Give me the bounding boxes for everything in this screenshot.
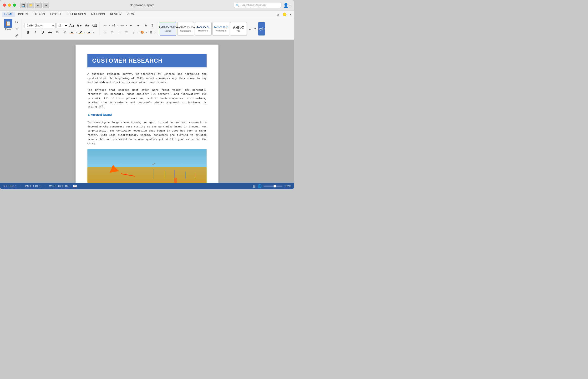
status-sep-1: | — [20, 185, 21, 188]
decrease-font-button[interactable]: A▼ — [76, 22, 83, 29]
emoji-button[interactable]: 🙂 — [282, 12, 287, 17]
paste-label: Paste — [5, 28, 11, 31]
increase-indent-button[interactable]: ⇥ — [135, 22, 141, 29]
numbering-dropdown[interactable]: ▾ — [117, 24, 118, 26]
superscript-button[interactable]: X² — [62, 29, 68, 35]
multilevel-dropdown[interactable]: ▾ — [126, 24, 127, 26]
style-no-spacing[interactable]: AaBbCcDdEe No Spacing — [177, 22, 194, 35]
status-items: SECTION 1 | PAGE 1 OF 1 | WORD 0 OF 168 … — [3, 184, 77, 188]
maximize-button[interactable] — [13, 4, 16, 7]
style-heading2-preview: AaBbCcDdE — [213, 26, 228, 29]
style-title[interactable]: AaBbC Title — [230, 22, 247, 35]
format-painter-button[interactable]: 🖌 — [13, 32, 20, 39]
print-layout-button[interactable]: ▦ — [253, 184, 256, 188]
document-page[interactable]: CUSTOMER RESEARCH A customer research su… — [76, 45, 219, 183]
italic-button[interactable]: I — [32, 29, 39, 35]
web-layout-button[interactable]: 🌐 — [257, 184, 262, 188]
open-button[interactable]: 📁 — [27, 3, 34, 8]
font-color-button[interactable]: A — [69, 30, 75, 35]
line-spacing-button[interactable]: ↕ — [130, 29, 137, 35]
styles-expand-button[interactable]: Styles — [258, 22, 265, 35]
style-heading-2[interactable]: AaBbCcDdE Heading 2 — [212, 22, 229, 35]
status-sep-2: | — [45, 185, 45, 188]
styles-scroll-up-button[interactable]: ▲ — [248, 22, 252, 35]
text-highlight-button[interactable]: A — [86, 30, 92, 35]
copy-button[interactable]: ⎘ — [13, 26, 20, 32]
search-box[interactable]: 🔍 — [234, 3, 281, 8]
search-input[interactable] — [240, 4, 279, 7]
multilevel-list-button[interactable]: ≡≡ — [119, 22, 126, 29]
menu-home[interactable]: HOME — [2, 12, 15, 17]
window-title: Northwind Report — [49, 3, 234, 7]
style-title-label: Title — [237, 30, 241, 32]
app-window: 💾 📁 ↩ ↪ Northwind Report 🔍 👤+ HOME INSER… — [0, 0, 294, 190]
align-right-button[interactable]: ≡ — [116, 29, 123, 35]
cut-button[interactable]: ✂ — [13, 19, 20, 25]
menu-view[interactable]: VIEW — [124, 12, 137, 17]
font-size-select[interactable]: 12 — [56, 23, 68, 28]
close-button[interactable] — [3, 4, 6, 7]
font-row-1: Calibri (Body) 12 A▲ A▼ Aa ⌫ — [25, 22, 98, 29]
zoom-level: 132% — [285, 185, 291, 188]
shading-dropdown[interactable]: ▾ — [146, 31, 147, 33]
search-icon: 🔍 — [236, 4, 239, 7]
strikethrough-button[interactable]: abc — [47, 29, 53, 35]
style-no-spacing-label: No Spacing — [180, 30, 191, 32]
sort-button[interactable]: ↕A — [142, 22, 148, 29]
document-body[interactable]: A customer research survey, co-sponsored… — [87, 72, 207, 183]
borders-button[interactable]: ⊞ — [147, 29, 154, 35]
subscript-button[interactable]: X₂ — [54, 29, 61, 35]
bold-button[interactable]: B — [25, 29, 31, 35]
paragraph-1: A customer research survey, co-sponsored… — [87, 72, 207, 85]
status-page: PAGE 1 OF 1 — [25, 185, 41, 188]
menu-review[interactable]: REVIEW — [108, 12, 124, 17]
increase-font-button[interactable]: A▲ — [69, 22, 76, 29]
font-group: Calibri (Body) 12 A▲ A▼ Aa ⌫ B I U abc X… — [23, 22, 99, 35]
collapse-ribbon-button[interactable]: ▲ — [275, 12, 281, 17]
style-normal[interactable]: AaBbCcDdEe Normal — [160, 22, 176, 35]
document-area[interactable]: CUSTOMER RESEARCH A customer research su… — [0, 40, 294, 183]
menu-design[interactable]: DESIGN — [32, 12, 47, 17]
font-color-dropdown[interactable]: ▾ — [76, 31, 77, 33]
undo-button[interactable]: ↩ — [35, 3, 42, 8]
highlight-color-button[interactable]: 🖊 — [78, 30, 84, 35]
borders-dropdown[interactable]: ▾ — [155, 31, 156, 33]
ribbon-controls: ▲ 🙂 ▾ — [275, 12, 292, 17]
numbering-button[interactable]: ≡1 — [110, 22, 117, 29]
menu-mailings[interactable]: MAILINGS — [89, 12, 107, 17]
toolbar: 📋 Paste ✂ ⎘ 🖌 Calibri (Body) — [0, 18, 294, 40]
bullets-button[interactable]: ≡• — [102, 22, 108, 29]
show-formatting-button[interactable]: ¶ — [149, 22, 156, 29]
justify-button[interactable]: ☰ — [123, 29, 130, 35]
redo-button[interactable]: ↪ — [43, 3, 49, 8]
image-sky — [87, 149, 207, 167]
style-heading-1[interactable]: AaBbCcDc Heading 1 — [195, 22, 212, 35]
document-title-banner: CUSTOMER RESEARCH — [87, 54, 207, 67]
shading-button[interactable]: 🎨 — [139, 29, 145, 35]
underline-button[interactable]: U — [39, 29, 46, 35]
change-case-button[interactable]: Aa — [84, 22, 90, 29]
document-title: CUSTOMER RESEARCH — [92, 57, 202, 64]
minimize-button[interactable] — [8, 4, 11, 7]
align-center-button[interactable]: ☰ — [109, 29, 115, 35]
menu-layout[interactable]: LAYOUT — [48, 12, 64, 17]
font-family-select[interactable]: Calibri (Body) — [25, 23, 56, 28]
line-spacing-dropdown[interactable]: ▾ — [138, 31, 138, 33]
text-color-dropdown[interactable]: ▾ — [93, 31, 94, 33]
clear-formatting-button[interactable]: ⌫ — [91, 22, 98, 29]
highlight-dropdown[interactable]: ▾ — [84, 31, 85, 33]
styles-scroll-down-button[interactable]: ▼ — [253, 22, 257, 35]
user-account-icon[interactable]: 👤+ — [283, 3, 291, 8]
titlebar: 💾 📁 ↩ ↪ Northwind Report 🔍 👤+ — [0, 0, 294, 11]
save-button[interactable]: 💾 — [20, 3, 26, 8]
menu-insert[interactable]: INSERT — [16, 12, 31, 17]
zoom-slider[interactable] — [264, 186, 283, 187]
paste-button[interactable]: 📋 — [4, 19, 12, 28]
align-left-button[interactable]: ≡ — [102, 29, 108, 35]
bullets-dropdown[interactable]: ▾ — [109, 24, 110, 26]
zoom-thumb — [273, 185, 276, 188]
status-word-count: WORD 0 OF 168 — [49, 185, 69, 188]
dropdown-arrow[interactable]: ▾ — [288, 12, 292, 17]
menu-references[interactable]: REFERENCES — [64, 12, 88, 17]
decrease-indent-button[interactable]: ⇤ — [127, 22, 134, 29]
